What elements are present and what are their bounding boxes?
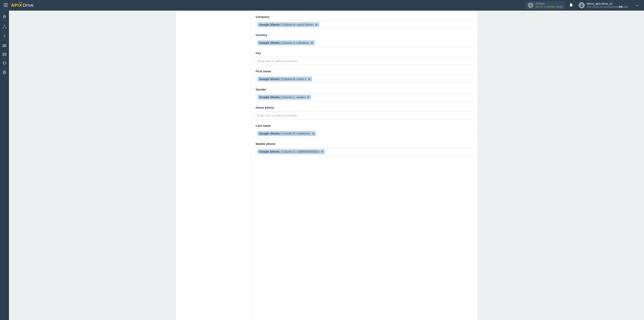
tag-remove-button[interactable]: ✕ <box>316 23 318 26</box>
field-input[interactable]: Google Sheets | Column J: «Ukraine»✕ <box>256 39 473 47</box>
field-input[interactable]: Google Sheets | Column B: «Jackson»✕ <box>256 129 473 138</box>
actions-text: Actions: 25'171 of 50'000 (50%) <box>536 2 563 8</box>
dollar-icon: $ <box>3 34 6 38</box>
actions-box[interactable]: i Actions: 25'171 of 50'000 (50%) <box>525 1 565 9</box>
svg-point-13 <box>4 62 5 63</box>
top-header: APIXDrive i Actions: 25'171 of 50'000 (5… <box>0 0 644 11</box>
plan-days: 345 <box>618 6 622 8</box>
tag-source: Google Sheets <box>259 23 280 26</box>
mapping-tag[interactable]: Google Sheets | Column C: «380000000001»… <box>258 149 325 154</box>
tag-value: «John » <box>296 78 307 81</box>
tag-column: Column L: <box>282 96 296 99</box>
field-label: First name <box>256 70 473 73</box>
field-group: Last nameGoogle Sheets | Column B: «Jack… <box>256 124 473 138</box>
svg-rect-6 <box>5 28 6 29</box>
actions-of: of <box>544 5 546 8</box>
field-input[interactable]: Google Sheets | Column C: «380000000001»… <box>256 148 473 156</box>
sidebar-billing[interactable]: $ <box>3 34 6 39</box>
field-input[interactable]: Google Sheets | Column L: «male»✕ <box>256 93 473 101</box>
header-right: i Actions: 25'171 of 50'000 (50%) <box>525 1 642 9</box>
field-group: CountryGoogle Sheets | Column J: «Ukrain… <box>256 33 473 47</box>
field-label: Gender <box>256 88 473 91</box>
field-input[interactable] <box>256 57 473 65</box>
sidebar-account[interactable] <box>3 61 6 66</box>
user-dropdown-arrow[interactable] <box>632 4 642 7</box>
person-icon <box>580 4 584 7</box>
logo-drive: Drive <box>22 3 34 8</box>
sidebar-nav: $ ? <box>0 11 9 320</box>
tag-remove-button[interactable]: ✕ <box>312 132 314 135</box>
info-icon: i <box>528 3 534 8</box>
menu-toggle-button[interactable] <box>2 2 9 9</box>
tag-value: «male» <box>296 96 306 99</box>
field-input[interactable]: Google Sheets | Column K: «ApiX-Drive»✕ <box>256 21 473 29</box>
field-text-input[interactable] <box>258 114 471 117</box>
tag-separator: | <box>280 150 282 153</box>
svg-rect-1 <box>4 5 8 5</box>
hierarchy-icon <box>2 25 6 29</box>
logo-x: X <box>19 3 22 8</box>
actions-total: 50'000 <box>547 5 555 8</box>
left-panel <box>176 11 251 320</box>
plan-prefix: Plan |Start| left until payment <box>587 6 618 8</box>
home-icon <box>2 15 6 18</box>
svg-rect-0 <box>4 4 8 4</box>
field-label: Last name <box>256 124 473 127</box>
actions-current: 25'171 <box>536 5 544 8</box>
user-menu[interactable]: demo_apix-drive_s2 Plan |Start| left unt… <box>577 2 630 9</box>
field-input[interactable]: Google Sheets | Column A: «John »✕ <box>256 75 473 83</box>
mapping-tag[interactable]: Google Sheets | Column L: «male»✕ <box>258 95 311 100</box>
video-icon <box>2 53 6 56</box>
sidebar-help[interactable]: ? <box>3 71 6 75</box>
mapping-tag[interactable]: Google Sheets | Column B: «Jackson»✕ <box>258 131 316 136</box>
sidebar-media[interactable] <box>2 53 6 57</box>
tag-remove-button[interactable]: ✕ <box>307 96 310 99</box>
main-panel: CompanyGoogle Sheets | Column K: «ApiX-D… <box>251 11 477 320</box>
user-plan: Plan |Start| left until payment 345 days <box>587 6 628 9</box>
notifications-button[interactable] <box>567 3 576 8</box>
tag-source: Google Sheets <box>259 96 280 99</box>
mapping-tag[interactable]: Google Sheets | Column A: «John »✕ <box>258 77 312 82</box>
tag-column: Column J: <box>282 41 296 45</box>
actions-percent: (50%) <box>556 5 563 8</box>
tag-separator: | <box>280 41 282 45</box>
tag-value: «Ukraine» <box>296 41 309 45</box>
svg-point-3 <box>581 4 582 6</box>
tag-value: «ApiX-Drive» <box>296 23 314 26</box>
mapping-tag[interactable]: Google Sheets | Column J: «Ukraine»✕ <box>258 40 315 45</box>
tag-separator: | <box>280 23 282 26</box>
tag-source: Google Sheets <box>259 41 280 45</box>
svg-rect-5 <box>2 28 4 29</box>
avatar-icon <box>579 2 585 8</box>
tag-separator: | <box>280 132 282 135</box>
logo[interactable]: APIXDrive <box>11 3 34 8</box>
mapping-tag[interactable]: Google Sheets | Column K: «ApiX-Drive»✕ <box>258 22 319 27</box>
content-wrapper: CompanyGoogle Sheets | Column K: «ApiX-D… <box>9 11 644 320</box>
svg-rect-8 <box>2 45 6 47</box>
tag-separator: | <box>280 96 282 99</box>
account-icon <box>3 61 6 65</box>
field-label: Home phone <box>256 106 473 109</box>
svg-rect-10 <box>2 45 6 46</box>
field-text-input[interactable] <box>258 59 471 63</box>
sidebar-connections[interactable] <box>2 25 6 30</box>
svg-rect-4 <box>4 25 5 26</box>
tag-column: Column C: <box>282 150 296 153</box>
svg-text:$: $ <box>4 34 6 38</box>
bell-icon <box>569 3 573 7</box>
tag-separator: | <box>280 78 282 81</box>
tag-column: Column B: <box>282 132 296 135</box>
svg-rect-9 <box>4 44 5 45</box>
hamburger-icon <box>4 4 8 7</box>
chevron-down-icon <box>636 5 639 6</box>
tag-remove-button[interactable]: ✕ <box>311 41 313 45</box>
user-text: demo_apix-drive_s2 Plan |Start| left unt… <box>587 2 628 9</box>
tag-remove-button[interactable]: ✕ <box>308 78 310 81</box>
field-group: Mobile phoneGoogle Sheets | Column C: «3… <box>256 142 473 156</box>
field-label: Fax <box>256 51 473 55</box>
tag-remove-button[interactable]: ✕ <box>321 150 323 153</box>
sidebar-briefcase[interactable] <box>2 44 6 48</box>
field-group: Fax <box>256 51 473 65</box>
field-input[interactable] <box>256 111 473 119</box>
sidebar-home[interactable] <box>2 15 6 19</box>
